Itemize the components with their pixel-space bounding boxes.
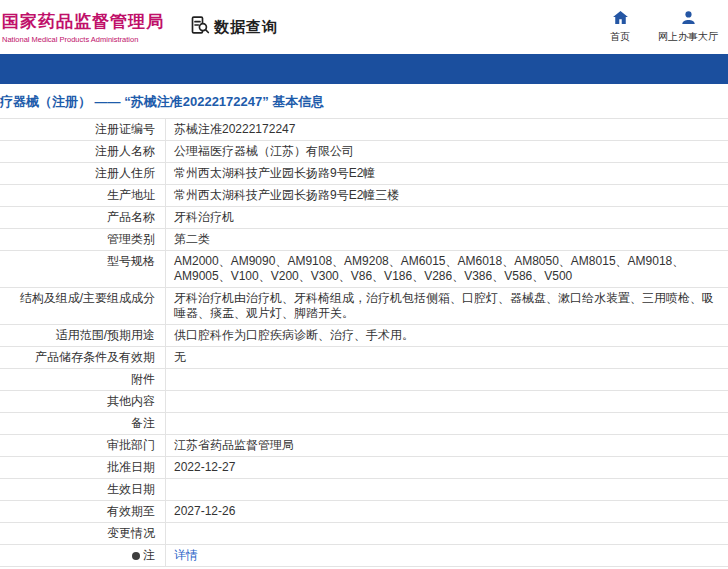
- logo-subtitle: National Medical Products Administration: [2, 35, 164, 44]
- row-label: 注册人名称: [0, 141, 166, 162]
- data-query-label: 数据查询: [214, 18, 278, 37]
- table-row: 结构及组成/主要组成成分牙科治疗机由治疗机、牙科椅组成，治疗机包括侧箱、口腔灯、…: [0, 288, 728, 325]
- table-row: 适用范围/预期用途供口腔科作为口腔疾病诊断、治疗、手术用。: [0, 325, 728, 347]
- table-row: 生效日期: [0, 479, 728, 501]
- primary-nav-bar: [0, 54, 728, 84]
- row-label: 结构及组成/主要组成成分: [0, 288, 166, 324]
- row-value: AM2000、AM9090、AM9108、AM9208、AM6015、AM601…: [166, 251, 728, 287]
- row-value: 江苏省药品监督管理局: [166, 435, 728, 456]
- row-value: [166, 523, 728, 544]
- table-row: 生产地址常州西太湖科技产业园长扬路9号E2幢三楼: [0, 185, 728, 207]
- table-row: 管理类别第二类: [0, 229, 728, 251]
- row-label: 注: [0, 545, 166, 566]
- detail-link[interactable]: 详情: [174, 548, 198, 562]
- table-row: 注册人住所常州西太湖科技产业园长扬路9号E2幢: [0, 163, 728, 185]
- row-label: 产品储存条件及有效期: [0, 347, 166, 368]
- row-value: 2027-12-26: [166, 501, 728, 522]
- row-label: 变更情况: [0, 523, 166, 544]
- row-value: 2022-12-27: [166, 457, 728, 478]
- table-row: 注册证编号苏械注准20222172247: [0, 119, 728, 141]
- row-value: 牙科治疗机: [166, 207, 728, 228]
- row-value: 苏械注准20222172247: [166, 119, 728, 140]
- row-label: 其他内容: [0, 391, 166, 412]
- data-query-tab[interactable]: 数据查询: [190, 15, 278, 39]
- row-label: 有效期至: [0, 501, 166, 522]
- table-row: 审批部门江苏省药品监督管理局: [0, 435, 728, 457]
- row-value: 常州西太湖科技产业园长扬路9号E2幢: [166, 163, 728, 184]
- row-value: 第二类: [166, 229, 728, 250]
- nav-service-hall[interactable]: 网上办事大厅: [658, 10, 718, 44]
- row-value: 常州西太湖科技产业园长扬路9号E2幢三楼: [166, 185, 728, 206]
- table-row: 附件: [0, 369, 728, 391]
- note-dot-icon: [132, 552, 140, 560]
- row-value: [166, 413, 728, 434]
- row-label: 审批部门: [0, 435, 166, 456]
- row-label: 生产地址: [0, 185, 166, 206]
- data-query-icon: [190, 15, 210, 39]
- table-row: 批准日期2022-12-27: [0, 457, 728, 479]
- row-label: 附件: [0, 369, 166, 390]
- row-label: 注册人住所: [0, 163, 166, 184]
- table-row: 产品储存条件及有效期无: [0, 347, 728, 369]
- row-value: [166, 391, 728, 412]
- table-row: 有效期至2027-12-26: [0, 501, 728, 523]
- row-value: 公理福医疗器械（江苏）有限公司: [166, 141, 728, 162]
- nav-home[interactable]: 首页: [610, 10, 630, 44]
- nav-home-label: 首页: [610, 30, 630, 44]
- row-label: 注册证编号: [0, 119, 166, 140]
- row-value: 牙科治疗机由治疗机、牙科椅组成，治疗机包括侧箱、口腔灯、器械盘、漱口给水装置、三…: [166, 288, 728, 324]
- table-row: 备注: [0, 413, 728, 435]
- table-row: 型号规格AM2000、AM9090、AM9108、AM9208、AM6015、A…: [0, 251, 728, 288]
- page-root: 国家药品监督管理局 National Medical Products Admi…: [0, 0, 728, 567]
- row-label: 型号规格: [0, 251, 166, 287]
- site-header: 国家药品监督管理局 National Medical Products Admi…: [0, 0, 728, 54]
- nmpa-logo[interactable]: 国家药品监督管理局 National Medical Products Admi…: [2, 10, 164, 44]
- row-label: 适用范围/预期用途: [0, 325, 166, 346]
- row-label: 生效日期: [0, 479, 166, 500]
- table-row: 变更情况: [0, 523, 728, 545]
- table-row: 注详情: [0, 545, 728, 567]
- person-icon: [681, 10, 696, 28]
- row-value: 详情: [166, 545, 728, 566]
- row-label: 备注: [0, 413, 166, 434]
- row-label: 产品名称: [0, 207, 166, 228]
- row-label: 批准日期: [0, 457, 166, 478]
- nav-service-hall-label: 网上办事大厅: [658, 30, 718, 44]
- table-row: 其他内容: [0, 391, 728, 413]
- table-row: 注册人名称公理福医疗器械（江苏）有限公司: [0, 141, 728, 163]
- table-row: 产品名称牙科治疗机: [0, 207, 728, 229]
- page-title: 疗器械（注册） —— “苏械注准20222172247” 基本信息: [0, 84, 728, 118]
- row-value: 无: [166, 347, 728, 368]
- logo-title: 国家药品监督管理局: [2, 10, 164, 33]
- row-value: [166, 479, 728, 500]
- row-label: 管理类别: [0, 229, 166, 250]
- registration-info-table: 注册证编号苏械注准20222172247注册人名称公理福医疗器械（江苏）有限公司…: [0, 118, 728, 567]
- row-value: [166, 369, 728, 390]
- row-value: 供口腔科作为口腔疾病诊断、治疗、手术用。: [166, 325, 728, 346]
- top-nav: 首页 网上办事大厅: [610, 10, 720, 44]
- home-icon: [613, 10, 628, 28]
